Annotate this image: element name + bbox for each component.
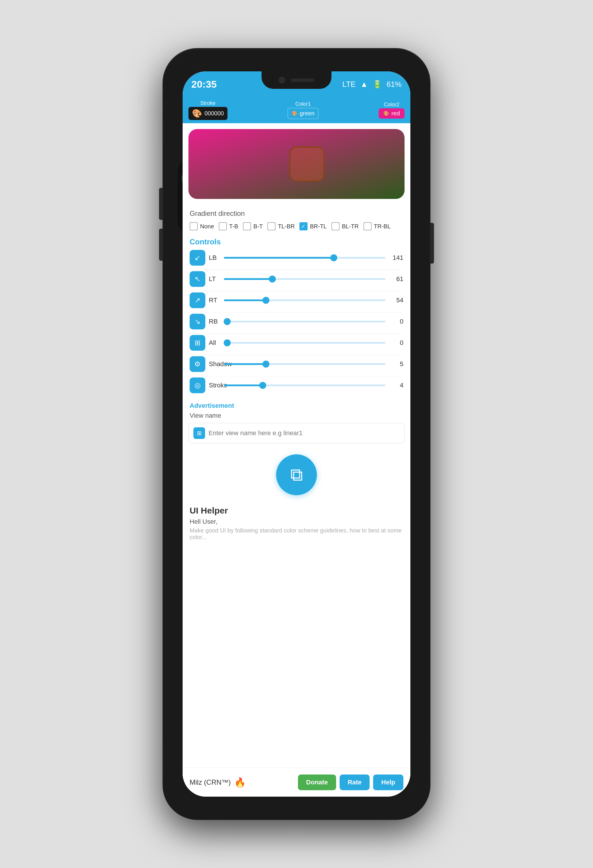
all-thumb[interactable] (224, 340, 231, 346)
controls-title: Controls (190, 238, 403, 247)
divider2 (190, 291, 403, 291)
page-wrapper: 20:35 LTE ▲ 🔋 61% Stroke 🎨 (0, 0, 593, 868)
view-name-input[interactable] (208, 430, 400, 437)
fire-icon: 🔥 (234, 777, 246, 788)
lb-slider[interactable] (224, 257, 385, 259)
controls-section: Controls ↙ LB 141 ↖ LT (183, 235, 410, 400)
notch (261, 71, 332, 89)
lb-label: LB (209, 254, 220, 261)
option-brtl-label: BR-TL (310, 223, 327, 230)
color1-section: Color1 🎨 green (288, 101, 319, 119)
palette-icon-stroke: 🎨 (192, 109, 202, 118)
option-bltr-label: BL-TR (342, 223, 359, 230)
stroke-color-button[interactable]: 🎨 000000 (189, 107, 227, 120)
all-slider[interactable] (224, 342, 385, 344)
divider5 (190, 355, 403, 355)
lb-fill (224, 257, 334, 259)
control-lt: ↖ LT 61 (190, 271, 403, 287)
rb-slider[interactable] (224, 321, 385, 322)
rate-button[interactable]: Rate (339, 775, 370, 790)
lb-icon[interactable]: ↙ (190, 250, 205, 266)
rt-icon[interactable]: ↗ (190, 292, 205, 308)
color2-label: Color2 (384, 102, 399, 108)
rb-fill (224, 321, 227, 322)
lb-value: 141 (389, 254, 403, 261)
notch-camera (279, 77, 285, 83)
checkbox-brtl[interactable] (299, 222, 308, 230)
shadow-thumb[interactable] (263, 360, 269, 368)
gradient-direction-section: Gradient direction None T-B B-T (183, 205, 410, 235)
option-none-label: None (200, 223, 214, 230)
checkbox-tb[interactable] (219, 222, 227, 230)
checkbox-bltr[interactable] (332, 222, 339, 230)
option-bt-label: B-T (254, 223, 263, 230)
option-bltr[interactable]: BL-TR (332, 222, 359, 230)
wifi-icon: 🔋 (373, 80, 382, 89)
color2-button[interactable]: 🎨 red (379, 108, 404, 118)
palette-icon-color1: 🎨 (292, 111, 297, 116)
rt-value: 54 (389, 297, 403, 304)
stroke-section: Stroke 🎨 000000 (189, 100, 227, 120)
lt-icon[interactable]: ↖ (190, 271, 205, 287)
option-brtl[interactable]: BR-TL (299, 222, 327, 230)
option-bt[interactable]: B-T (243, 222, 263, 230)
checkbox-none[interactable] (190, 222, 198, 230)
all-label: All (209, 339, 220, 347)
donate-button[interactable]: Donate (298, 775, 336, 790)
color1-button[interactable]: 🎨 green (288, 108, 319, 119)
lt-slider[interactable] (224, 278, 385, 280)
rt-thumb[interactable] (263, 297, 269, 304)
option-tlbr-label: TL-BR (278, 223, 295, 230)
center-logo: ⧉ (183, 446, 410, 501)
gradient-preview-shape (289, 146, 325, 182)
control-shadow: ⚙ Shadow 5 (190, 356, 403, 372)
status-icons: LTE ▲ 🔋 61% (342, 80, 402, 89)
option-trbl-label: TR-BL (374, 223, 391, 230)
option-trbl[interactable]: TR-BL (363, 222, 391, 230)
stroke-fill (224, 384, 263, 386)
all-icon[interactable]: ⊞ (190, 335, 205, 351)
rb-thumb[interactable] (224, 318, 231, 325)
lte-icon: LTE (342, 80, 356, 89)
stroke-slider-label: Stroke (209, 382, 220, 389)
checkbox-tlbr[interactable] (267, 222, 276, 230)
power-button[interactable] (431, 223, 434, 264)
stroke-color-value: 000000 (205, 110, 224, 117)
ui-helper-title: UI Helper (190, 506, 403, 515)
shadow-value: 5 (389, 360, 403, 368)
notch-speaker (291, 78, 314, 82)
option-tlbr[interactable]: TL-BR (267, 222, 295, 230)
option-none[interactable]: None (190, 222, 214, 230)
phone-screen: 20:35 LTE ▲ 🔋 61% Stroke 🎨 (183, 71, 410, 797)
stroke-slider[interactable] (224, 384, 385, 386)
color2-value: red (391, 110, 400, 117)
rb-icon[interactable]: ↘ (190, 314, 205, 329)
shadow-icon[interactable]: ⚙ (190, 356, 205, 372)
stroke-thumb[interactable] (259, 382, 266, 389)
stroke-value: 4 (389, 382, 403, 389)
phone-outer: 20:35 LTE ▲ 🔋 61% Stroke 🎨 (162, 48, 431, 820)
stroke-icon[interactable]: ◎ (190, 378, 205, 393)
vol-down-button[interactable] (159, 229, 162, 261)
shadow-slider[interactable] (224, 363, 385, 365)
logo-icon: ⧉ (291, 465, 303, 485)
lb-thumb[interactable] (330, 254, 337, 261)
control-all: ⊞ All 0 (190, 335, 403, 351)
vol-up-button[interactable] (159, 188, 162, 220)
divider (190, 270, 403, 270)
lt-thumb[interactable] (269, 276, 276, 282)
ui-helper: UI Helper Hell User, Make good UI by fol… (183, 501, 410, 543)
help-button[interactable]: Help (373, 775, 403, 790)
stroke-label: Stroke (201, 100, 215, 106)
checkbox-bt[interactable] (243, 222, 251, 230)
palette-icon-color2: 🎨 (383, 111, 389, 116)
status-time: 20:35 (191, 79, 217, 90)
rb-value: 0 (389, 318, 403, 325)
view-name-label: View name (183, 411, 410, 421)
option-tb[interactable]: T-B (219, 222, 238, 230)
divider3 (190, 312, 403, 313)
rt-label: RT (209, 297, 220, 304)
option-tb-label: T-B (229, 223, 238, 230)
rt-slider[interactable] (224, 300, 385, 301)
checkbox-trbl[interactable] (363, 222, 372, 230)
